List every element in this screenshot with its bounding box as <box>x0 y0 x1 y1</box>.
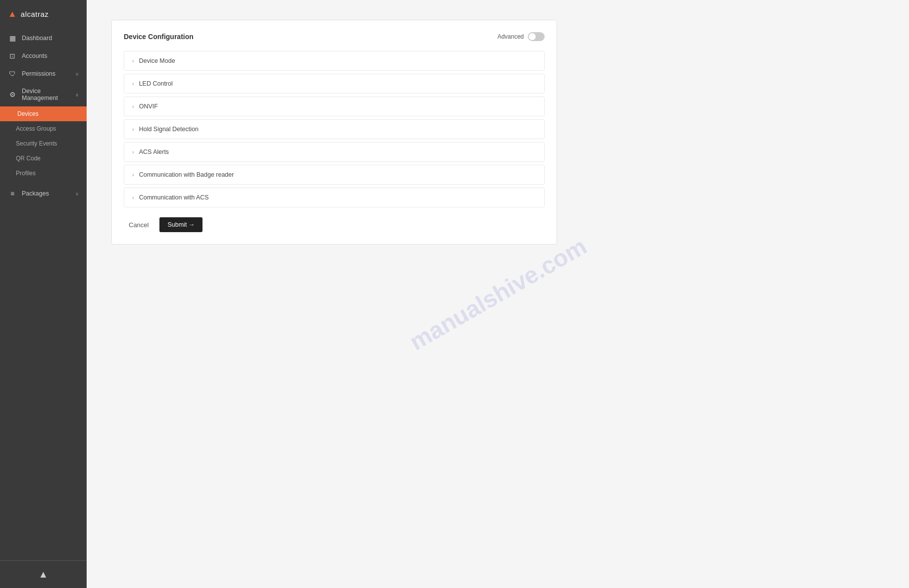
section-label: Communication with ACS <box>139 194 209 201</box>
watermark: manualshive.com <box>404 232 591 355</box>
logo-icon: ▲ <box>8 9 17 19</box>
sidebar-item-label: Packages <box>22 190 70 197</box>
sidebar-item-label: Dashboard <box>22 35 79 42</box>
chevron-right-icon: › <box>132 58 134 64</box>
config-section-device-mode[interactable]: › Device Mode <box>124 51 545 71</box>
chevron-right-icon: › <box>132 172 134 178</box>
sidebar-item-packages[interactable]: ≡ Packages ∨ <box>0 185 87 202</box>
sidebar-sub-item-access-groups[interactable]: Access Groups <box>0 121 87 136</box>
sidebar-sub-item-security-events[interactable]: Security Events <box>0 136 87 151</box>
chevron-down-icon: ∨ <box>75 191 79 196</box>
config-section-row[interactable]: › Hold Signal Detection <box>124 120 544 139</box>
sidebar-item-label: Accounts <box>22 52 79 59</box>
config-section-comm-badge-reader[interactable]: › Communication with Badge reader <box>124 165 545 185</box>
sidebar-item-device-management[interactable]: ⚙ Device Management ∧ <box>0 83 87 106</box>
section-label: Device Mode <box>139 57 175 64</box>
advanced-toggle-switch[interactable] <box>528 32 545 41</box>
logo-area: ▲ alcatraz <box>0 0 87 26</box>
sub-item-label: Devices <box>17 110 39 117</box>
sub-item-label: Profiles <box>16 170 36 177</box>
advanced-toggle-area: Advanced <box>498 32 545 41</box>
chevron-right-icon: › <box>132 126 134 132</box>
config-card-title: Device Configuration <box>124 33 194 41</box>
config-section-led-control[interactable]: › LED Control <box>124 74 545 94</box>
config-section-hold-signal[interactable]: › Hold Signal Detection <box>124 119 545 139</box>
dashboard-icon: ▦ <box>8 34 17 42</box>
packages-icon: ≡ <box>8 190 17 197</box>
footer-logo-icon: ▲ <box>39 569 49 580</box>
chevron-right-icon: › <box>132 81 134 87</box>
config-section-row[interactable]: › ONVIF <box>124 97 544 116</box>
chevron-up-icon: ∧ <box>75 92 79 98</box>
sidebar-nav: ▦ Dashboard ⊡ Accounts 🛡 Permissions ∨ ⚙… <box>0 26 87 560</box>
logo-text: alcatraz <box>21 10 49 18</box>
sidebar-item-dashboard[interactable]: ▦ Dashboard <box>0 29 87 47</box>
sidebar-item-label: Device Management <box>22 88 70 101</box>
config-section-row[interactable]: › Communication with ACS <box>124 188 544 207</box>
section-label: Communication with Badge reader <box>139 171 234 178</box>
config-section-row[interactable]: › LED Control <box>124 74 544 93</box>
chevron-down-icon: ∨ <box>75 71 79 77</box>
section-label: ONVIF <box>139 103 158 110</box>
config-section-row[interactable]: › Device Mode <box>124 51 544 70</box>
config-section-row[interactable]: › ACS Alerts <box>124 143 544 161</box>
config-section-comm-acs[interactable]: › Communication with ACS <box>124 188 545 207</box>
section-label: LED Control <box>139 80 173 87</box>
config-card-header: Device Configuration Advanced <box>124 32 545 41</box>
permissions-icon: 🛡 <box>8 70 17 78</box>
sidebar-sub-item-devices[interactable]: Devices <box>0 106 87 121</box>
main-content: manualshive.com Device Configuration Adv… <box>87 0 909 588</box>
sidebar: ▲ alcatraz ▦ Dashboard ⊡ Accounts 🛡 Perm… <box>0 0 87 588</box>
cancel-button[interactable]: Cancel <box>124 218 153 232</box>
sidebar-item-accounts[interactable]: ⊡ Accounts <box>0 47 87 65</box>
sidebar-item-label: Permissions <box>22 70 70 77</box>
sidebar-item-permissions[interactable]: 🛡 Permissions ∨ <box>0 65 87 83</box>
page-area: manualshive.com Device Configuration Adv… <box>87 0 909 588</box>
device-config-card: Device Configuration Advanced › Device M… <box>111 20 557 245</box>
config-section-onvif[interactable]: › ONVIF <box>124 97 545 116</box>
sub-item-label: Access Groups <box>16 125 56 132</box>
sidebar-footer: ▲ <box>0 560 87 588</box>
sidebar-sub-item-profiles[interactable]: Profiles <box>0 166 87 181</box>
sidebar-sub-item-qr-code[interactable]: QR Code <box>0 151 87 166</box>
sub-item-label: Security Events <box>16 140 57 147</box>
chevron-right-icon: › <box>132 195 134 200</box>
advanced-label: Advanced <box>498 33 524 40</box>
config-section-acs-alerts[interactable]: › ACS Alerts <box>124 142 545 162</box>
submit-button[interactable]: Submit → <box>159 217 202 232</box>
chevron-right-icon: › <box>132 149 134 155</box>
accounts-icon: ⊡ <box>8 52 17 60</box>
section-label: Hold Signal Detection <box>139 126 199 133</box>
section-label: ACS Alerts <box>139 148 169 155</box>
device-management-icon: ⚙ <box>8 91 17 98</box>
sub-item-label: QR Code <box>16 155 41 162</box>
chevron-right-icon: › <box>132 103 134 109</box>
form-actions: Cancel Submit → <box>124 217 545 232</box>
config-section-row[interactable]: › Communication with Badge reader <box>124 165 544 184</box>
